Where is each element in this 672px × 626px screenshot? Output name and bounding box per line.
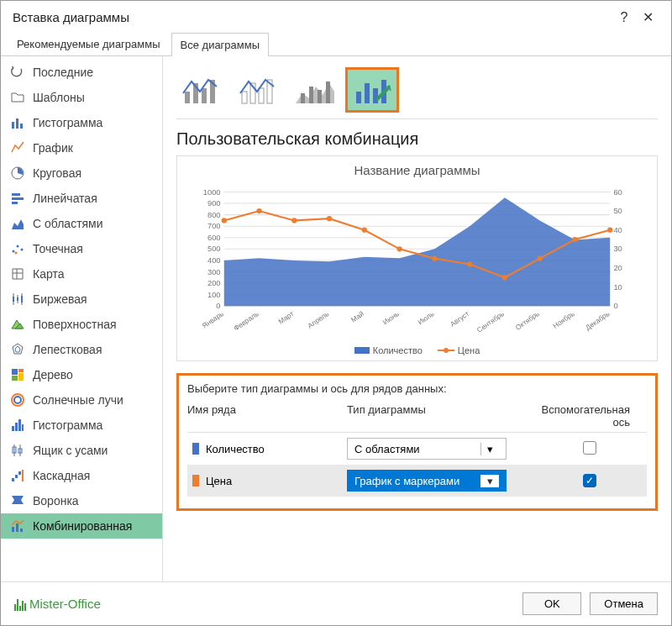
sidebar-item-12[interactable]: Дерево: [1, 362, 162, 387]
series-name: Цена: [206, 475, 232, 487]
tab-recommended[interactable]: Рекомендуемые диаграммы: [8, 32, 170, 55]
svg-text:Ноябрь: Ноябрь: [551, 309, 575, 330]
sidebar-item-16[interactable]: Каскадная: [1, 463, 162, 488]
sidebar-item-label: График: [33, 141, 73, 155]
sidebar-icon: [9, 89, 26, 106]
combo-subtype-1[interactable]: [176, 70, 225, 110]
sidebar-item-7[interactable]: Точечная: [1, 236, 162, 261]
sidebar-item-label: Линейчатая: [33, 192, 97, 205]
svg-text:30: 30: [613, 244, 622, 253]
sidebar-item-label: Поверхностная: [33, 318, 117, 331]
svg-text:Октябрь: Октябрь: [514, 309, 541, 332]
svg-rect-22: [12, 369, 18, 375]
chart-canvas: 0100200300400500600700800900100001020304…: [189, 182, 645, 342]
sidebar-icon: [9, 240, 26, 257]
svg-rect-0: [12, 122, 14, 129]
sidebar-item-label: Шаблоны: [33, 91, 85, 104]
svg-rect-48: [242, 92, 247, 103]
svg-rect-25: [12, 376, 18, 381]
sidebar-item-10[interactable]: Поверхностная: [1, 312, 162, 337]
svg-rect-16: [17, 297, 18, 301]
combo-subtype-2[interactable]: [234, 70, 282, 110]
sidebar-icon: [9, 316, 26, 333]
svg-rect-53: [301, 93, 305, 103]
sidebar-item-4[interactable]: Круговая: [1, 160, 162, 186]
sidebar-item-label: Биржевая: [33, 292, 87, 306]
svg-rect-56: [326, 82, 330, 103]
svg-point-95: [327, 216, 332, 221]
secondary-axis-checkbox[interactable]: ✓: [583, 474, 596, 487]
sidebar-icon: [9, 190, 26, 207]
svg-point-9: [17, 245, 19, 248]
svg-marker-21: [15, 346, 20, 352]
svg-rect-54: [309, 87, 313, 103]
sidebar-item-15[interactable]: Ящик с усами: [1, 438, 162, 463]
svg-point-96: [362, 228, 367, 233]
sidebar-item-8[interactable]: Карта: [1, 261, 162, 287]
sidebar-item-1[interactable]: Шаблоны: [1, 85, 162, 110]
svg-text:Февраль: Февраль: [232, 309, 260, 333]
svg-text:600: 600: [207, 233, 221, 242]
tab-all[interactable]: Все диаграммы: [171, 33, 270, 56]
help-icon[interactable]: ?: [612, 10, 636, 25]
svg-text:20: 20: [613, 263, 622, 272]
sidebar-item-14[interactable]: Гистограмма: [1, 413, 162, 438]
svg-text:100: 100: [207, 290, 221, 299]
sidebar-item-label: Каскадная: [33, 469, 90, 482]
sidebar-item-13[interactable]: Солнечные лучи: [1, 387, 162, 413]
sidebar-item-9[interactable]: Биржевая: [1, 287, 162, 312]
svg-text:500: 500: [207, 244, 221, 253]
chart-subtype-row: [176, 66, 658, 119]
svg-rect-42: [16, 523, 18, 532]
sidebar-item-label: Гистограмма: [33, 116, 102, 129]
sidebar-item-label: Комбинированная: [33, 519, 132, 533]
svg-rect-39: [22, 470, 24, 481]
col-header-name: Имя ряда: [187, 403, 347, 429]
close-icon[interactable]: ✕: [636, 9, 659, 25]
sidebar-item-17[interactable]: Воронка: [1, 488, 162, 513]
svg-text:400: 400: [207, 255, 221, 265]
svg-text:Май: Май: [349, 309, 365, 324]
sidebar-item-5[interactable]: Линейчатая: [1, 186, 162, 211]
svg-point-10: [21, 249, 24, 251]
ok-button[interactable]: OK: [522, 592, 581, 615]
secondary-axis-checkbox[interactable]: [583, 441, 596, 455]
cancel-button[interactable]: Отмена: [590, 592, 658, 615]
combo-subtype-3[interactable]: [291, 70, 339, 110]
svg-text:Июнь: Июнь: [381, 309, 401, 326]
svg-rect-30: [18, 419, 21, 431]
series-color-swatch: [192, 475, 199, 487]
legend-area: Количество: [354, 345, 423, 355]
svg-rect-37: [15, 475, 18, 478]
svg-text:Декабрь: Декабрь: [584, 309, 611, 332]
svg-rect-38: [18, 471, 21, 475]
series-row[interactable]: ЦенаГрафик с маркерами▾✓: [187, 465, 647, 497]
combo-subtype-custom[interactable]: [348, 70, 396, 110]
sidebar-icon: [9, 392, 26, 408]
sidebar-icon: [9, 341, 26, 358]
sidebar-item-3[interactable]: График: [1, 135, 162, 160]
sidebar-icon: [9, 114, 26, 131]
sidebar-icon: [9, 64, 26, 81]
sidebar-item-18[interactable]: Комбинированная: [1, 513, 162, 539]
sidebar-item-0[interactable]: Последние: [1, 60, 162, 85]
series-type-dropdown[interactable]: График с маркерами▾: [347, 470, 507, 492]
series-row[interactable]: КоличествоС областями▾: [187, 433, 647, 465]
sidebar-item-11[interactable]: Лепестковая: [1, 337, 162, 362]
sidebar-item-6[interactable]: С областями: [1, 211, 162, 236]
sidebar-item-2[interactable]: Гистограмма: [1, 110, 162, 135]
svg-text:40: 40: [613, 225, 622, 234]
svg-point-27: [14, 397, 21, 403]
svg-text:200: 200: [207, 278, 221, 287]
sidebar-item-label: Точечная: [33, 242, 83, 255]
chart-title: Название диаграммы: [189, 163, 645, 177]
svg-rect-50: [259, 88, 264, 103]
svg-point-97: [396, 246, 402, 251]
svg-point-101: [538, 256, 543, 261]
sidebar-item-label: Последние: [33, 66, 93, 79]
svg-rect-55: [318, 90, 322, 103]
svg-text:60: 60: [613, 187, 622, 197]
series-type-dropdown[interactable]: С областями▾: [347, 438, 507, 460]
sidebar-icon: [9, 417, 26, 434]
sidebar-icon: [9, 518, 26, 534]
